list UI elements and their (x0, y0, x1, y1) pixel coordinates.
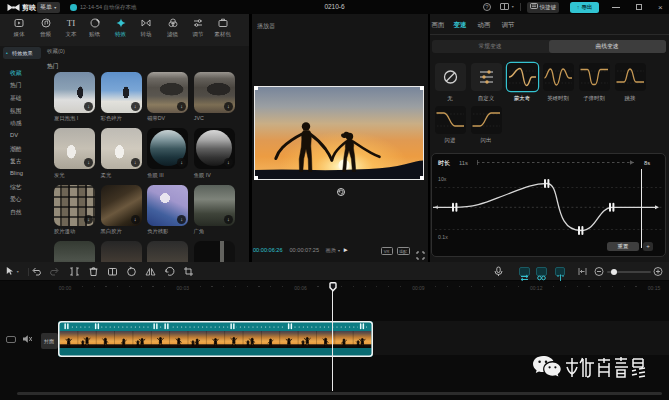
svg-text:TI: TI (67, 18, 76, 28)
svg-text:11s: 11s (459, 160, 468, 166)
svg-text:0.1x: 0.1x (438, 234, 448, 240)
svg-text:8s: 8s (644, 160, 650, 166)
svg-text:10x: 10x (438, 176, 447, 182)
svg-text:时长: 时长 (438, 159, 451, 167)
